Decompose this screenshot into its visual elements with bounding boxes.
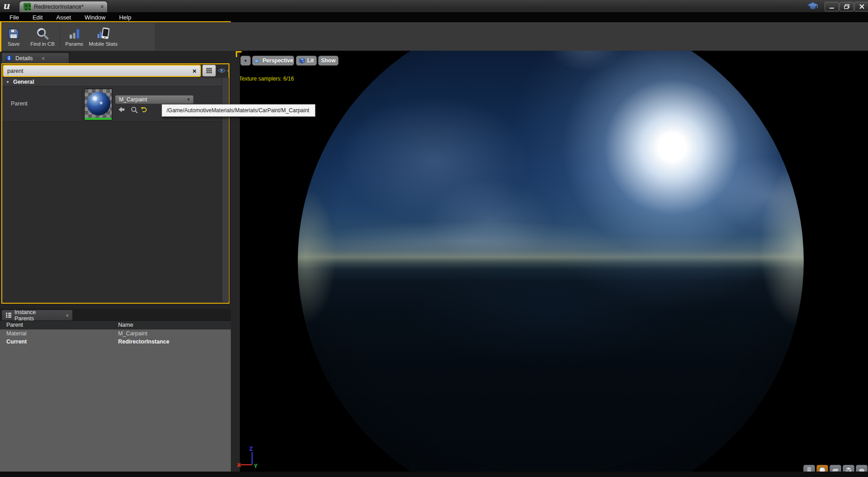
menu-help[interactable]: Help bbox=[112, 14, 138, 21]
material-instance-editor-window: u RedirectorInstance* × File Edit Asset … bbox=[0, 0, 868, 477]
parent-asset-name: M_Carpaint bbox=[115, 96, 186, 103]
magnifier-icon bbox=[36, 27, 49, 40]
browse-magnifier-icon bbox=[131, 106, 138, 113]
minimize-icon bbox=[829, 5, 835, 9]
menu-edit[interactable]: Edit bbox=[26, 14, 49, 21]
restore-icon bbox=[844, 4, 849, 9]
find-in-cb-label: Find in CB bbox=[30, 41, 55, 47]
perspective-button[interactable]: Perspective bbox=[252, 56, 294, 66]
chevron-down-icon: ▼ bbox=[227, 69, 230, 72]
instance-parents-header-row: Parent Name bbox=[0, 320, 231, 330]
details-tab[interactable]: Details × bbox=[1, 52, 69, 63]
menu-bar: File Edit Asset Window Help bbox=[0, 12, 868, 22]
focus-border-top bbox=[0, 21, 231, 22]
toolbar-separator bbox=[60, 25, 61, 48]
instance-parents-tab[interactable]: Instance Parents × bbox=[1, 310, 73, 320]
row-parent-value: Current bbox=[6, 339, 27, 345]
axis-y-label: Y bbox=[254, 463, 258, 469]
document-tab[interactable]: RedirectorInstance* × bbox=[19, 1, 108, 12]
collapse-triangle-icon: ▼ bbox=[6, 80, 10, 84]
axis-z-label: Z bbox=[249, 446, 253, 452]
find-in-cb-button[interactable]: Find in CB bbox=[26, 23, 59, 50]
column-header-parent: Parent bbox=[6, 322, 23, 328]
preview-viewport[interactable]: ▼ Perspective Lit Show Texture samplers:… bbox=[240, 51, 868, 472]
title-bar: u RedirectorInstance* × bbox=[0, 0, 868, 13]
viewport-focus-corner bbox=[236, 51, 237, 57]
save-button[interactable]: Save bbox=[1, 23, 26, 50]
lit-cube-icon bbox=[299, 57, 305, 64]
property-matrix-button[interactable] bbox=[202, 65, 216, 76]
show-button[interactable]: Show bbox=[318, 56, 339, 66]
restore-button[interactable] bbox=[839, 2, 854, 11]
material-preview-sphere bbox=[87, 92, 110, 115]
table-row-current[interactable]: Current RedirectorInstance bbox=[0, 338, 231, 346]
parent-material-thumbnail[interactable] bbox=[84, 89, 112, 120]
details-tab-label: Details bbox=[15, 55, 33, 62]
tooltip-text: /Game/AutomotiveMaterials/Materials/CarP… bbox=[167, 107, 309, 114]
menu-window[interactable]: Window bbox=[78, 14, 112, 21]
row-name-value: RedirectorInstance bbox=[118, 339, 169, 345]
instance-parents-body bbox=[0, 329, 231, 472]
show-label: Show bbox=[321, 57, 336, 64]
dropdown-caret-icon: ▼ bbox=[186, 97, 193, 102]
lit-button[interactable]: Lit bbox=[296, 56, 317, 66]
search-clear-icon[interactable]: × bbox=[189, 67, 200, 74]
view-options-button[interactable]: ▼ bbox=[217, 65, 230, 76]
axis-gizmo: X Z Y bbox=[237, 445, 260, 472]
unreal-logo-icon: u bbox=[3, 0, 10, 11]
details-info-icon bbox=[5, 55, 13, 62]
axis-x-label: X bbox=[237, 462, 241, 468]
back-arrow-icon bbox=[118, 106, 125, 113]
instance-parents-icon bbox=[5, 312, 12, 318]
menu-asset[interactable]: Asset bbox=[49, 14, 78, 21]
table-row-material[interactable]: Material M_Carpaint bbox=[0, 329, 231, 338]
eye-icon bbox=[218, 68, 226, 73]
use-selected-button[interactable] bbox=[117, 105, 126, 114]
viewport-caret-icon: ▼ bbox=[244, 59, 248, 63]
grid-icon bbox=[206, 67, 212, 74]
tutorial-cap-icon[interactable] bbox=[806, 1, 819, 13]
document-tab-title: RedirectorInstance* bbox=[34, 4, 84, 10]
details-tab-close-icon[interactable]: × bbox=[42, 56, 44, 61]
close-button[interactable] bbox=[854, 2, 868, 11]
reset-to-default-button[interactable] bbox=[139, 105, 148, 114]
mobile-stats-button[interactable]: Mobile Stats bbox=[87, 23, 119, 50]
column-header-name: Name bbox=[118, 322, 133, 328]
asset-path-tooltip: /Game/AutomotiveMaterials/Materials/CarP… bbox=[162, 104, 315, 117]
general-section-header[interactable]: ▼ General bbox=[2, 78, 229, 86]
instance-parents-close-icon[interactable]: × bbox=[66, 313, 69, 318]
perspective-icon bbox=[253, 58, 260, 63]
perspective-label: Perspective bbox=[262, 57, 293, 64]
mobile-stats-icon bbox=[96, 27, 110, 40]
params-button[interactable]: Params bbox=[62, 23, 87, 50]
minimize-button[interactable] bbox=[825, 2, 839, 11]
close-icon bbox=[859, 4, 864, 9]
reset-undo-icon bbox=[141, 106, 148, 113]
thumbnail-glint bbox=[99, 101, 103, 105]
row-parent-value: Material bbox=[6, 330, 26, 337]
preview-sphere-mesh[interactable] bbox=[298, 51, 804, 472]
save-label: Save bbox=[8, 41, 19, 47]
column-divider bbox=[82, 86, 82, 121]
mobile-stats-label: Mobile Stats bbox=[89, 41, 117, 47]
general-section-label: General bbox=[13, 79, 34, 85]
row-name-value: M_Carpaint bbox=[118, 330, 148, 337]
texture-samplers-stat: Texture samplers: 6/16 bbox=[240, 76, 294, 82]
menu-file[interactable]: File bbox=[3, 14, 26, 21]
parent-asset-dropdown[interactable]: M_Carpaint ▼ bbox=[115, 95, 194, 104]
params-label: Params bbox=[65, 41, 83, 47]
details-search-box: × bbox=[3, 65, 201, 77]
asset-color-bar bbox=[85, 118, 112, 120]
instance-parents-tab-label: Instance Parents bbox=[14, 309, 57, 322]
window-bottom-edge bbox=[0, 472, 868, 477]
toolbar-button-group: Save Find in CB Params Mobile Stats bbox=[1, 23, 155, 50]
search-input[interactable] bbox=[4, 68, 189, 74]
save-icon bbox=[7, 27, 20, 40]
params-bars-icon bbox=[67, 27, 81, 40]
browse-to-asset-button[interactable] bbox=[129, 105, 138, 114]
parent-property-label: Parent bbox=[11, 100, 28, 107]
lit-label: Lit bbox=[307, 57, 314, 64]
tab-close-icon[interactable]: × bbox=[100, 4, 104, 10]
material-instance-icon bbox=[23, 3, 31, 11]
viewport-options-button[interactable]: ▼ bbox=[240, 56, 251, 66]
